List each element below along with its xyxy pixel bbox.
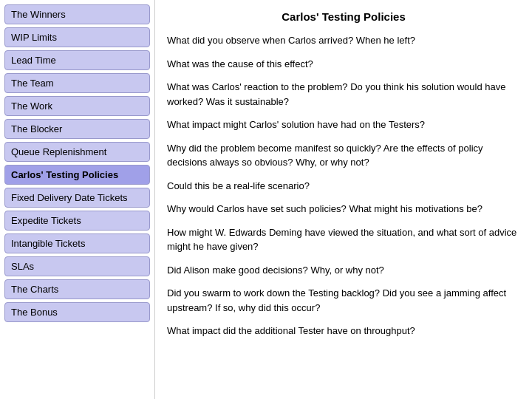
sidebar-item-the-charts[interactable]: The Charts bbox=[4, 279, 150, 299]
sidebar-item-wip-limits[interactable]: WIP Limits bbox=[4, 27, 150, 47]
sidebar-item-carlos-testing-policies[interactable]: Carlos' Testing Policies bbox=[4, 165, 150, 185]
question-7: Why would Carlos have set such policies?… bbox=[167, 202, 520, 216]
question-11: What impact did the additional Tester ha… bbox=[167, 324, 520, 338]
main-content: Carlos' Testing Policies What did you ob… bbox=[155, 0, 532, 399]
sidebar-item-the-winners[interactable]: The Winners bbox=[4, 4, 150, 24]
sidebar-item-slas[interactable]: SLAs bbox=[4, 256, 150, 276]
question-5: Why did the problem become manifest so q… bbox=[167, 141, 520, 170]
sidebar-item-intangible-tickets[interactable]: Intangible Tickets bbox=[4, 233, 150, 253]
question-1: What did you observe when Carlos arrived… bbox=[167, 33, 520, 48]
sidebar-item-lead-time[interactable]: Lead Time bbox=[4, 50, 150, 70]
question-9: Did Alison make good decisions? Why, or … bbox=[167, 263, 520, 278]
sidebar-item-the-work[interactable]: The Work bbox=[4, 96, 150, 116]
question-4: What impact might Carlos' solution have … bbox=[167, 117, 520, 132]
sidebar-item-queue-replenishment[interactable]: Queue Replenishment bbox=[4, 142, 150, 162]
questions-container: What did you observe when Carlos arrived… bbox=[167, 33, 520, 338]
main-title: Carlos' Testing Policies bbox=[167, 10, 520, 23]
question-2: What was the cause of this effect? bbox=[167, 57, 520, 72]
question-10: Did you swarm to work down the Testing b… bbox=[167, 286, 520, 315]
question-3: What was Carlos' reaction to the problem… bbox=[167, 80, 520, 109]
question-6: Could this be a real-life scenario? bbox=[167, 179, 520, 194]
sidebar: The WinnersWIP LimitsLead TimeThe TeamTh… bbox=[0, 0, 155, 399]
sidebar-item-the-blocker[interactable]: The Blocker bbox=[4, 119, 150, 139]
sidebar-item-expedite-tickets[interactable]: Expedite Tickets bbox=[4, 211, 150, 231]
sidebar-item-the-team[interactable]: The Team bbox=[4, 73, 150, 93]
sidebar-item-fixed-delivery-date-tickets[interactable]: Fixed Delivery Date Tickets bbox=[4, 188, 150, 208]
sidebar-item-the-bonus[interactable]: The Bonus bbox=[4, 302, 150, 322]
question-8: How might W. Edwards Deming have viewed … bbox=[167, 225, 520, 254]
